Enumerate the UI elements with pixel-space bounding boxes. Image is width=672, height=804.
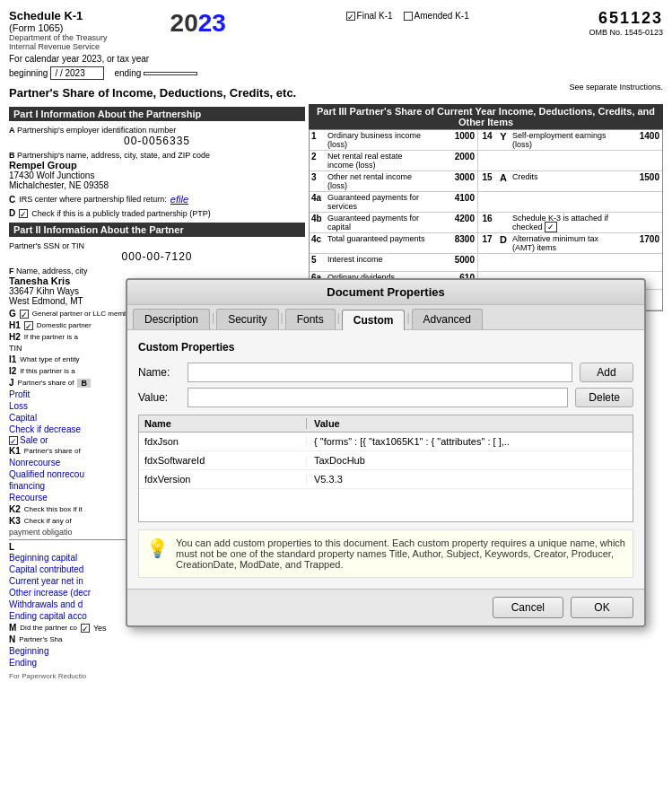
beginning-date: / / 2023 xyxy=(50,66,104,80)
field-a-label: A Partnership's employer identification … xyxy=(9,126,305,135)
part3-header: Part III Partner's Share of Current Year… xyxy=(309,104,663,129)
part3-row-4a: 4a Guaranteed payments for services 4100 xyxy=(310,192,662,213)
field-m-yes[interactable]: ✓ xyxy=(81,624,90,633)
prop-row-fdxsoftwareid[interactable]: fdxSoftwareId TaxDocHub xyxy=(139,451,633,470)
paperwork-label: For Paperwork Reductio xyxy=(9,672,305,680)
tab-description[interactable]: Description xyxy=(133,309,210,329)
field-d-checkbox[interactable]: ✓ xyxy=(19,209,28,218)
delete-button[interactable]: Delete xyxy=(575,388,633,407)
see-instructions: See separate Instructions. xyxy=(569,83,663,92)
prop-name-fdxsoftwareid: fdxSoftwareId xyxy=(144,455,306,466)
properties-table: Name Value fdxJson { "forms" : [{ "tax10… xyxy=(138,415,633,522)
field-e: Partner's SSN or TIN 000-00-7120 xyxy=(9,240,305,265)
part3-row-5: 5 Interest income 5000 xyxy=(310,254,662,272)
add-button[interactable]: Add xyxy=(580,363,633,382)
value-input[interactable] xyxy=(188,388,568,407)
name-row: Name: Add xyxy=(138,363,633,382)
part3-row-3: 3 Other net rental income (loss) 3000 15… xyxy=(310,171,662,192)
dialog-body: Custom Properties Name: Add Value: Delet… xyxy=(127,330,644,589)
part3-row-4b: 4b Guaranteed payments for capital 4200 … xyxy=(310,213,662,233)
field-c: C IRS center where partnership filed ret… xyxy=(9,192,305,206)
final-k1-checkbox[interactable]: ✓ xyxy=(346,12,355,21)
ok-button[interactable]: OK xyxy=(571,597,633,618)
schedule-k1-label: Schedule K-1 xyxy=(9,9,108,22)
prop-val-fdxjson: { "forms" : [{ "tax1065K1" : { "attribut… xyxy=(306,436,627,447)
date-row: beginning / / 2023 ending xyxy=(9,66,663,80)
field-g-checkbox[interactable]: ✓ xyxy=(20,310,29,319)
partner-name: Rempel Group xyxy=(9,160,305,170)
part1-header: Part I Information About the Partnership xyxy=(9,107,305,121)
part3-row-1: 1 Ordinary business income (loss) 1000 1… xyxy=(310,130,662,151)
name-input[interactable] xyxy=(188,363,572,382)
field-e-value: 000-00-7120 xyxy=(9,250,305,263)
form-big-title: Partner's Share of Income, Deductions, C… xyxy=(9,86,296,100)
col-name-header: Name xyxy=(144,418,306,429)
field-b: B Partnership's name, address, city, sta… xyxy=(9,149,305,192)
prop-val-fdxversion: V5.3.3 xyxy=(306,474,627,485)
field-c-value: efile xyxy=(170,194,188,205)
value-row: Value: Delete xyxy=(138,388,633,407)
dept-label: Department of the Treasury xyxy=(9,33,108,42)
field-h1-checkbox[interactable]: ✓ xyxy=(24,321,33,330)
part3-row-4c: 4c Total guaranteed payments 8300 17 D A… xyxy=(310,233,662,254)
prop-name-fdxversion: fdxVersion xyxy=(144,474,306,485)
tab-advanced[interactable]: Advanced xyxy=(412,309,483,329)
bulb-icon: 💡 xyxy=(146,537,169,559)
document-properties-dialog: Document Properties Description | Securi… xyxy=(126,278,646,627)
prop-row-fdxjson[interactable]: fdxJson { "forms" : [{ "tax1065K1" : { "… xyxy=(139,433,633,451)
field-n: N Partner's Sha xyxy=(9,634,305,645)
part3-row-2: 2 Net rental real estate income (loss) 2… xyxy=(310,151,662,171)
table-header: Name Value xyxy=(139,415,633,433)
prop-name-fdxjson: fdxJson xyxy=(144,436,306,447)
tax-year: 2023 xyxy=(170,9,226,38)
irs-label: Internal Revenue Service xyxy=(9,42,108,51)
tab-fonts[interactable]: Fonts xyxy=(285,309,336,329)
tab-custom[interactable]: Custom xyxy=(342,310,406,330)
omb-number: 651123 xyxy=(589,9,663,28)
ending-date xyxy=(144,72,197,75)
omb-label: OMB No. 1545-0123 xyxy=(589,28,663,37)
prop-val-fdxsoftwareid: TaxDocHub xyxy=(306,455,627,466)
value-label: Value: xyxy=(138,391,188,404)
dialog-footer: Cancel OK xyxy=(127,589,644,625)
part2-header: Part II Information About the Partner xyxy=(9,223,305,237)
amended-k1-checkbox-label: Amended K-1 xyxy=(404,11,469,21)
partner-addr1: 17430 Wolf Junctions xyxy=(9,170,305,180)
field-a-value: 00-0056335 xyxy=(9,135,305,147)
tab-security[interactable]: Security xyxy=(216,309,278,329)
field-a: A Partnership's employer identification … xyxy=(9,124,305,149)
col-value-header: Value xyxy=(306,418,627,429)
prop-row-fdxversion[interactable]: fdxVersion V5.3.3 xyxy=(139,470,633,489)
info-box: 💡 You can add custom properties to this … xyxy=(138,529,633,578)
name-label: Name: xyxy=(138,366,188,379)
dialog-tabs: Description | Security | Fonts | Custom … xyxy=(127,305,644,330)
field-d: D ✓ Check if this is a publicly traded p… xyxy=(9,206,305,220)
info-text: You can add custom properties to this do… xyxy=(176,537,625,570)
calendar-row: For calendar year 2023, or tax year xyxy=(9,54,663,64)
sale-checkbox[interactable]: ✓ xyxy=(9,436,18,445)
custom-props-label: Custom Properties xyxy=(138,341,633,354)
n-subitems: Beginning Ending xyxy=(9,645,305,669)
final-k1-checkbox-label: ✓ Final K-1 xyxy=(346,11,393,21)
field-e-label: Partner's SSN or TIN xyxy=(9,241,305,250)
cancel-button[interactable]: Cancel xyxy=(493,597,563,618)
partner-city: Michalchester, NE 09358 xyxy=(9,180,305,190)
form-number-label: (Form 1065) xyxy=(9,22,108,33)
amended-k1-checkbox[interactable] xyxy=(404,12,413,21)
dialog-title: Document Properties xyxy=(127,280,644,305)
